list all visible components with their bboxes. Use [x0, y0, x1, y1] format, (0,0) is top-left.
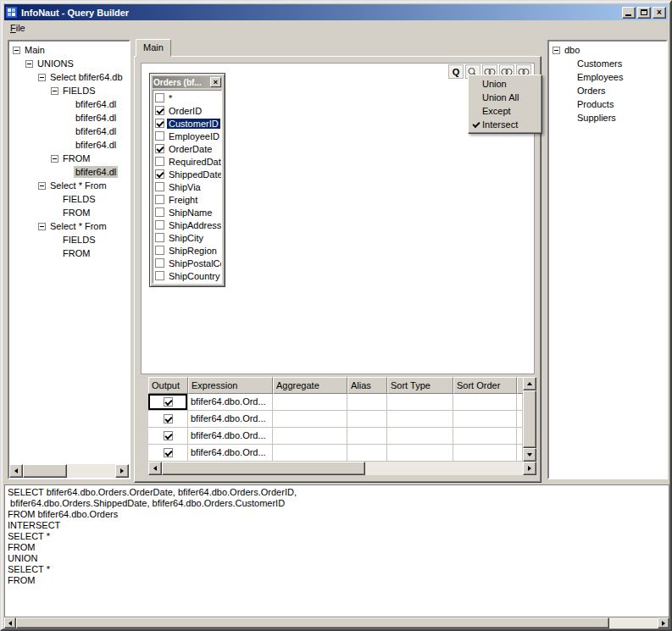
- field-shippeddate[interactable]: ShippedDate: [153, 168, 221, 180]
- grid-cell[interactable]: [347, 428, 387, 445]
- grid-cell[interactable]: bfifer64.dbo.Ord...: [188, 445, 273, 462]
- tree-item-label[interactable]: FIELDS: [61, 193, 97, 205]
- right-tree-products[interactable]: Products: [550, 97, 665, 111]
- field-shipvia[interactable]: ShipVia: [153, 180, 221, 193]
- checkbox-icon[interactable]: [155, 182, 164, 191]
- scroll-thumb[interactable]: [523, 390, 536, 448]
- left-tree-bfifer64-dl[interactable]: bfifer64.dl: [10, 97, 128, 111]
- grid-cell[interactable]: [347, 394, 387, 411]
- checkbox-icon[interactable]: [155, 119, 164, 128]
- checkbox-icon[interactable]: [164, 448, 173, 457]
- tree-item-label[interactable]: FIELDS: [61, 234, 97, 246]
- checkbox-icon[interactable]: [155, 246, 164, 255]
- left-tree-fields[interactable]: FIELDS: [10, 84, 128, 97]
- grid-cell[interactable]: bfifer64.dbo.Ord...: [188, 411, 273, 428]
- verify-sql-button[interactable]: Q: [448, 64, 464, 79]
- grid-cell[interactable]: [273, 394, 347, 411]
- orders-table-window[interactable]: Orders (bf... × *OrderIDCustomerIDEmploy…: [149, 73, 225, 287]
- orders-window-titlebar[interactable]: Orders (bf... ×: [153, 76, 222, 88]
- tree-collapse-icon[interactable]: [25, 60, 33, 68]
- tree-item-label[interactable]: FROM: [61, 152, 92, 164]
- right-tree-suppliers[interactable]: Suppliers: [550, 111, 665, 125]
- field-shipname[interactable]: ShipName: [153, 206, 221, 219]
- grid-cell[interactable]: [273, 428, 347, 445]
- left-tree-fields[interactable]: FIELDS: [10, 192, 128, 206]
- grid-cell[interactable]: [387, 428, 453, 445]
- tree-item-label[interactable]: bfifer64.dl: [74, 166, 118, 178]
- right-tree-customers[interactable]: Customers: [550, 57, 665, 70]
- tree-collapse-icon[interactable]: [51, 155, 58, 163]
- left-tree-from[interactable]: FROM: [10, 246, 128, 260]
- left-tree-bfifer64-dl[interactable]: bfifer64.dl: [10, 111, 128, 125]
- left-tree-unions[interactable]: UNIONS: [10, 57, 128, 70]
- tree-item-label[interactable]: bfifer64.dl: [74, 139, 118, 151]
- tree-collapse-icon[interactable]: [51, 87, 58, 95]
- field-shipaddress[interactable]: ShipAddress: [153, 219, 221, 231]
- field-freight[interactable]: Freight: [153, 193, 221, 206]
- grid-cell[interactable]: [387, 411, 453, 428]
- tree-item-label[interactable]: bfifer64.dl: [74, 98, 118, 110]
- scroll-track[interactable]: [523, 390, 536, 448]
- field-shipregion[interactable]: ShipRegion: [153, 244, 221, 257]
- menu-item-except[interactable]: Except: [469, 104, 541, 118]
- checkbox-icon[interactable]: [164, 431, 173, 440]
- tree-item-label[interactable]: UNIONS: [36, 58, 75, 69]
- close-button[interactable]: ×: [653, 7, 666, 19]
- tab-main[interactable]: Main: [136, 39, 171, 57]
- left-tree-from[interactable]: FROM: [10, 152, 128, 165]
- scroll-right-button[interactable]: [658, 617, 669, 628]
- checkbox-icon[interactable]: [155, 220, 164, 230]
- field-requireddat[interactable]: RequiredDat: [153, 155, 221, 168]
- scroll-left-button[interactable]: [4, 617, 16, 628]
- field-star[interactable]: *: [153, 91, 221, 104]
- grid-hscrollbar[interactable]: [148, 462, 536, 475]
- checkbox-icon[interactable]: [155, 93, 164, 102]
- checkbox-icon[interactable]: [155, 131, 164, 141]
- scroll-up-button[interactable]: [523, 377, 536, 390]
- grid-cell[interactable]: [453, 445, 517, 462]
- checkbox-icon[interactable]: [155, 208, 164, 217]
- scroll-left-button[interactable]: [9, 464, 23, 478]
- sql-text-pane[interactable]: SELECT bfifer64.dbo.Orders.OrderDate, bf…: [4, 484, 669, 617]
- left-tree-select-from[interactable]: Select * From: [10, 179, 128, 192]
- scroll-right-button[interactable]: [523, 462, 536, 475]
- grid-cell[interactable]: [273, 445, 347, 462]
- scroll-track[interactable]: [23, 464, 115, 478]
- tree-item-label[interactable]: Customers: [575, 58, 624, 69]
- checkbox-icon[interactable]: [155, 258, 164, 268]
- tree-item-label[interactable]: bfifer64.dl: [74, 125, 118, 137]
- menu-item-union[interactable]: Union: [469, 77, 541, 91]
- tree-item-label[interactable]: Suppliers: [575, 112, 618, 124]
- checkbox-icon[interactable]: [155, 144, 164, 153]
- tree-item-label[interactable]: Orders: [575, 85, 608, 97]
- grid-output-cell[interactable]: [148, 394, 188, 411]
- grid-cell[interactable]: [453, 394, 517, 411]
- grid-cell[interactable]: [453, 411, 517, 428]
- grid-header-sort-type[interactable]: Sort Type: [387, 377, 453, 394]
- scroll-thumb[interactable]: [162, 462, 365, 475]
- tree-item-label[interactable]: Select * From: [48, 180, 108, 191]
- grid-header-aggregate[interactable]: Aggregate: [273, 377, 347, 394]
- checkbox-icon[interactable]: [164, 414, 173, 423]
- grid-cell[interactable]: bfifer64.dbo.Ord...: [188, 394, 273, 411]
- field-shippostalco[interactable]: ShipPostalCo: [153, 257, 221, 269]
- left-tree-select-bfifer64-db[interactable]: Select bfifer64.db: [10, 70, 128, 84]
- tree-item-label[interactable]: Select bfifer64.db: [48, 71, 125, 83]
- right-tree-orders[interactable]: Orders: [550, 84, 665, 97]
- grid-output-cell[interactable]: [148, 411, 188, 428]
- scroll-thumb[interactable]: [23, 464, 67, 478]
- minimize-button[interactable]: [622, 7, 636, 19]
- tree-item-label[interactable]: FROM: [61, 207, 92, 219]
- grid-cell[interactable]: [387, 445, 453, 462]
- menu-item-intersect[interactable]: Intersect: [469, 118, 541, 131]
- left-tree-main[interactable]: Main: [10, 43, 128, 57]
- tree-item-label[interactable]: Employees: [575, 71, 625, 83]
- tree-item-label[interactable]: Select * From: [48, 220, 108, 232]
- query-tree-hscrollbar[interactable]: [9, 464, 129, 478]
- window-hscrollbar[interactable]: [4, 617, 669, 628]
- right-tree-dbo[interactable]: dbo: [550, 43, 665, 57]
- grid-cell[interactable]: [347, 411, 387, 428]
- checkbox-icon[interactable]: [164, 397, 173, 407]
- checkbox-icon[interactable]: [155, 157, 164, 166]
- field-shipcountry[interactable]: ShipCountry: [153, 269, 221, 282]
